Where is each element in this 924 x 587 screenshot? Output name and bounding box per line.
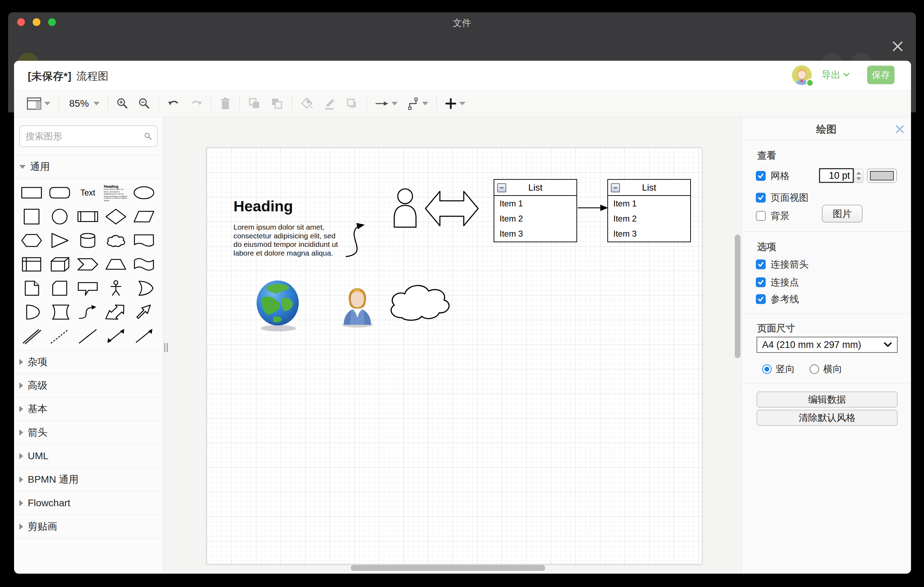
- format-panel-toggle[interactable]: [22, 94, 55, 114]
- shape-square[interactable]: [18, 204, 46, 229]
- zoom-out-button[interactable]: [134, 94, 155, 114]
- grid-checkbox-row[interactable]: 网格: [756, 170, 790, 182]
- list-item[interactable]: Item 3: [494, 226, 576, 242]
- edit-data-button[interactable]: 编辑数据: [757, 391, 898, 407]
- shape-dashed-line[interactable]: [46, 324, 74, 348]
- shape-process[interactable]: [74, 204, 102, 229]
- list-item[interactable]: Item 3: [608, 226, 690, 242]
- shape-ellipse[interactable]: [130, 181, 158, 204]
- drawing-page[interactable]: Heading Lorem ipsum dolor sit amet, cons…: [206, 147, 702, 564]
- close-icon[interactable]: [892, 40, 904, 52]
- sidebar-section-general[interactable]: 通用: [14, 155, 163, 179]
- list-item[interactable]: Item 2: [494, 211, 576, 226]
- list-shape-1[interactable]: List Item 1 Item 2 Item 3: [493, 179, 577, 242]
- shape-text[interactable]: Text: [74, 181, 102, 204]
- search-box[interactable]: [19, 125, 158, 147]
- collapse-icon[interactable]: [611, 183, 620, 192]
- stepper-up-icon[interactable]: [856, 171, 861, 175]
- horizontal-scrollbar[interactable]: [351, 565, 545, 571]
- list-shape-2[interactable]: List Item 1 Item 2 Item 3: [607, 179, 691, 242]
- shape-callout[interactable]: [74, 276, 102, 300]
- shape-diamond[interactable]: [102, 204, 130, 229]
- diagram-canvas[interactable]: Heading Lorem ipsum dolor sit amet, cons…: [163, 117, 741, 574]
- background-checkbox-row[interactable]: 背景: [756, 209, 790, 222]
- zoom-level-dropdown[interactable]: 85%: [63, 94, 104, 114]
- search-input[interactable]: [25, 130, 144, 142]
- checkbox-checked-icon[interactable]: [756, 193, 766, 203]
- page-size-select[interactable]: A4 (210 mm x 297 mm): [757, 337, 898, 353]
- checkbox-checked-icon[interactable]: [756, 294, 766, 304]
- canvas-paragraph-text[interactable]: Lorem ipsum dolor sit amet, consectetur …: [233, 223, 338, 257]
- shape-tape[interactable]: [130, 252, 158, 276]
- shape-card[interactable]: [46, 276, 74, 300]
- shape-rectangle[interactable]: [18, 181, 46, 204]
- save-button[interactable]: 保存: [867, 66, 894, 84]
- curve-connector[interactable]: [343, 214, 380, 259]
- redo-button[interactable]: [185, 94, 208, 114]
- fill-color-button[interactable]: [295, 94, 318, 114]
- shape-step[interactable]: [74, 252, 102, 276]
- sidebar-section-uml[interactable]: UML: [14, 444, 163, 468]
- shape-link[interactable]: [18, 324, 46, 348]
- list-header[interactable]: List: [494, 180, 576, 196]
- shape-arrow[interactable]: [130, 300, 158, 324]
- landscape-label[interactable]: 横向: [823, 363, 842, 375]
- shape-directional-connector[interactable]: [130, 324, 158, 348]
- shape-curve[interactable]: [74, 300, 102, 324]
- grid-size-stepper[interactable]: [854, 169, 863, 183]
- portrait-radio[interactable]: [762, 364, 772, 374]
- checkbox-unchecked-icon[interactable]: [756, 211, 766, 221]
- stepper-down-icon[interactable]: [856, 177, 861, 180]
- collapse-icon[interactable]: [497, 183, 506, 192]
- sidebar-section-basic[interactable]: 基本: [14, 397, 163, 421]
- clear-default-style-button[interactable]: 清除默认风格: [757, 410, 898, 426]
- connection-arrows-row[interactable]: 连接箭头: [756, 258, 808, 271]
- sidebar-splitter-handle[interactable]: [163, 341, 168, 353]
- sidebar-section-clipart[interactable]: 剪贴画: [14, 515, 163, 539]
- grid-color-button[interactable]: [867, 168, 897, 183]
- canvas-heading-text[interactable]: Heading: [233, 198, 293, 215]
- list-header[interactable]: List: [608, 180, 690, 196]
- shape-trapezoid[interactable]: [102, 252, 130, 276]
- sidebar-section-arrows[interactable]: 箭头: [14, 421, 163, 444]
- connection-arrow-dropdown[interactable]: [370, 94, 402, 114]
- to-front-button[interactable]: [243, 94, 266, 114]
- insert-dropdown[interactable]: [440, 94, 470, 114]
- connection-points-row[interactable]: 连接点: [756, 276, 799, 289]
- shape-cloud[interactable]: [102, 229, 130, 252]
- checkbox-checked-icon[interactable]: [756, 171, 766, 181]
- portrait-label[interactable]: 竖向: [776, 363, 795, 375]
- actor-shape[interactable]: [392, 187, 418, 228]
- shape-bidirectional-arrow[interactable]: [102, 300, 130, 324]
- shape-document[interactable]: [130, 229, 158, 252]
- zoom-in-button[interactable]: [112, 94, 134, 114]
- sidebar-section-advanced[interactable]: 高级: [14, 374, 163, 397]
- sidebar-section-misc[interactable]: 杂项: [14, 350, 163, 374]
- shape-parallelogram[interactable]: [130, 204, 158, 229]
- shape-cube[interactable]: [46, 252, 74, 276]
- shape-note[interactable]: [18, 276, 46, 300]
- vertical-scrollbar[interactable]: [735, 234, 741, 358]
- shadow-button[interactable]: [340, 94, 363, 114]
- double-arrow-shape[interactable]: [424, 186, 479, 231]
- list-item[interactable]: Item 1: [494, 196, 576, 211]
- shape-actor[interactable]: [102, 276, 130, 300]
- shape-bidirectional-connector[interactable]: [102, 324, 130, 348]
- background-image-button[interactable]: 图片: [822, 204, 863, 223]
- list-item[interactable]: Item 2: [608, 211, 690, 226]
- grid-size-input[interactable]: [819, 168, 854, 183]
- shape-cylinder[interactable]: [74, 229, 102, 252]
- panel-close-icon[interactable]: [895, 125, 904, 134]
- shape-circle[interactable]: [46, 204, 74, 229]
- shape-or[interactable]: [130, 276, 158, 300]
- connector-arrow[interactable]: [577, 201, 609, 214]
- shape-rounded-rectangle[interactable]: [46, 181, 74, 204]
- page-view-checkbox-row[interactable]: 页面视图: [756, 191, 808, 204]
- checkbox-checked-icon[interactable]: [756, 259, 766, 269]
- checkbox-checked-icon[interactable]: [756, 277, 766, 287]
- earth-globe-clipart[interactable]: [255, 280, 301, 333]
- landscape-radio[interactable]: [810, 364, 819, 374]
- delete-button[interactable]: [215, 94, 236, 114]
- to-back-button[interactable]: [266, 94, 288, 114]
- sidebar-section-flowchart[interactable]: Flowchart: [14, 491, 163, 515]
